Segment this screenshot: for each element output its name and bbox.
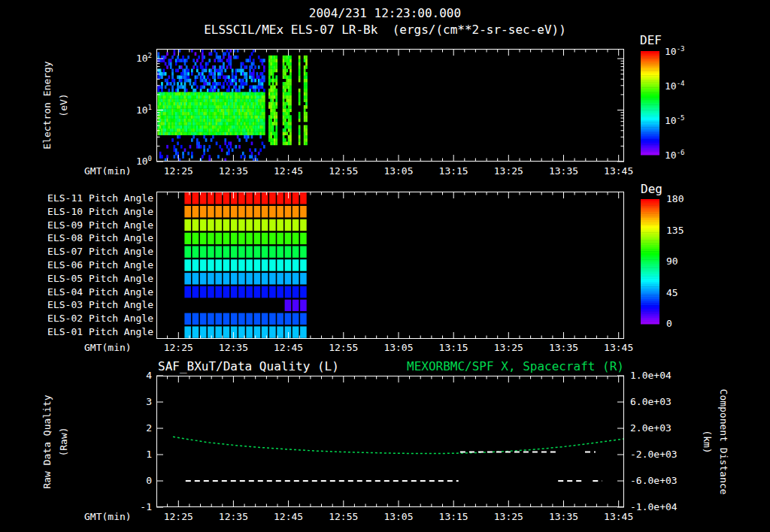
time-tick-label: 12:35 <box>211 511 256 523</box>
time-tick-label: 13:25 <box>486 511 531 523</box>
time-tick-label: 13:05 <box>376 342 421 354</box>
pitch-row-label: ELS-05 Pitch Angle <box>41 273 153 285</box>
deg-colorbar-title: Deg <box>641 182 662 196</box>
time-tick-label: 13:15 <box>431 342 476 354</box>
time-tick-label: 13:45 <box>596 342 641 354</box>
energy-tick-label: 101 <box>117 104 152 116</box>
pitch-angle-heatmap <box>184 192 306 338</box>
p1-ylabel: Electron Energy <box>41 61 53 149</box>
pitch-row-label: ELS-08 Pitch Angle <box>41 232 153 244</box>
deg-colorbar-tick-label: 0 <box>666 318 672 330</box>
time-tick-label: 13:25 <box>486 342 531 354</box>
def-colorbar <box>641 51 659 156</box>
def-colorbar-tick-label: 10-6 <box>665 149 685 162</box>
gmt-axis-label: GMT(min) <box>84 342 132 354</box>
time-tick-label: 13:25 <box>486 165 531 177</box>
time-tick-label: 12:45 <box>266 165 311 177</box>
time-tick-label: 13:15 <box>431 165 476 177</box>
deg-colorbar <box>641 199 659 325</box>
pitch-row-label: ELS-03 Pitch Angle <box>41 299 153 311</box>
deg-colorbar-tick-label: 135 <box>666 225 684 237</box>
line-traces <box>173 437 624 481</box>
pitch-row-label: ELS-01 Pitch Angle <box>41 326 153 338</box>
deg-colorbar-tick-label: 90 <box>666 255 678 268</box>
distance-tick-label: -2.0e+03 <box>630 449 678 461</box>
distance-tick-label: 2.0e+03 <box>630 422 671 434</box>
p3-right-title: MEXORBMC/SPF X, Spacecraft (R) <box>301 359 624 373</box>
quality-tick-label: 1 <box>122 449 152 461</box>
pitch-row-label: ELS-04 Pitch Angle <box>41 286 153 298</box>
distance-tick-label: 1.0e+04 <box>630 370 671 382</box>
def-colorbar-tick-label: 10-3 <box>665 45 685 58</box>
deg-colorbar-tick-label: 45 <box>666 287 678 299</box>
p3-ylabel-left-units: (Raw) <box>58 427 70 456</box>
quality-tick-label: 0 <box>122 475 152 487</box>
time-tick-label: 12:25 <box>156 342 201 354</box>
quality-tick-label: 3 <box>122 396 152 408</box>
time-tick-label: 12:45 <box>266 511 311 523</box>
distance-tick-label: 6.0e+03 <box>630 396 671 408</box>
p3-ylabel-right-units: (km) <box>701 430 713 453</box>
timestamp-title: 2004/231 12:23:00.000 <box>0 6 770 20</box>
p3-ylabel-right: Component Distance <box>717 389 729 495</box>
spectrogram-heatmap <box>158 49 308 162</box>
time-tick-label: 13:35 <box>541 342 587 354</box>
time-tick-label: 12:55 <box>321 342 366 354</box>
time-tick-label: 13:05 <box>376 511 421 523</box>
pitch-row-label: ELS-06 Pitch Angle <box>41 259 153 271</box>
time-tick-label: 13:35 <box>541 511 587 523</box>
time-tick-label: 12:25 <box>156 165 201 177</box>
def-colorbar-title: DEF <box>640 33 662 47</box>
time-tick-label: 13:45 <box>596 165 641 177</box>
time-tick-label: 13:15 <box>431 511 476 523</box>
quality-tick-label: 4 <box>122 370 152 382</box>
p3-ylabel-left: Raw Data Quality <box>41 394 53 488</box>
pitch-row-label: ELS-09 Pitch Angle <box>41 219 153 231</box>
time-tick-label: 12:35 <box>211 165 256 177</box>
time-tick-label: 12:45 <box>266 342 311 354</box>
p1-ylabel-units: (eV) <box>58 93 70 116</box>
deg-colorbar-tick-label: 180 <box>666 193 684 205</box>
pitch-row-label: ELS-11 Pitch Angle <box>41 192 153 204</box>
time-tick-label: 13:35 <box>541 165 587 177</box>
time-tick-label: 12:35 <box>211 342 256 354</box>
distance-tick-label: -6.0e+03 <box>630 475 678 487</box>
time-tick-label: 13:05 <box>376 165 421 177</box>
def-colorbar-tick-label: 10-5 <box>665 114 685 127</box>
time-tick-label: 12:55 <box>321 165 366 177</box>
def-colorbar-tick-label: 10-4 <box>665 80 685 92</box>
pitch-row-label: ELS-10 Pitch Angle <box>41 206 153 218</box>
time-tick-label: 12:55 <box>321 511 366 523</box>
pitch-row-label: ELS-07 Pitch Angle <box>41 246 153 258</box>
pitch-row-label: ELS-02 Pitch Angle <box>41 313 153 325</box>
quality-tick-label: 2 <box>122 422 152 434</box>
science-plot-screen: 2004/231 12:23:00.000 ELSSCIL/MEx ELS-07… <box>0 0 770 532</box>
energy-tick-label: 100 <box>117 155 152 168</box>
distance-tick-label: -1.0e+04 <box>630 501 678 513</box>
time-tick-label: 12:25 <box>156 511 201 523</box>
quality-tick-label: -1 <box>122 501 152 513</box>
energy-tick-label: 102 <box>117 52 152 65</box>
